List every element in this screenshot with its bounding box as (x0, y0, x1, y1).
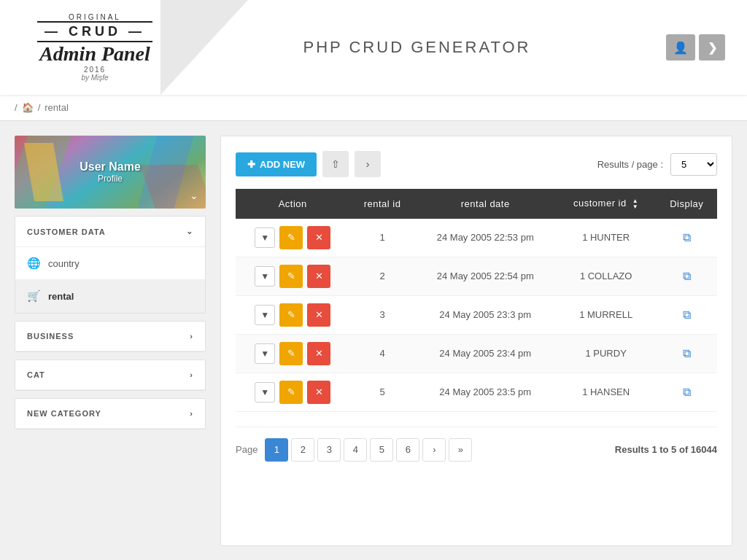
row-edit-button[interactable]: ✎ (279, 265, 303, 288)
sidebar-section-new-category-header[interactable]: NEW CATEGORY › (15, 399, 205, 429)
row-edit-button[interactable]: ✎ (279, 303, 303, 327)
cell-customer-id: 1 PURDY (556, 334, 657, 373)
row-edit-button[interactable]: ✎ (279, 381, 303, 404)
sidebar-section-cat-label: CAT (27, 370, 45, 379)
action-cell: ▼ ✎ ✕ (236, 334, 349, 373)
sidebar-profile[interactable]: User Name Profile ⌄ (15, 136, 206, 209)
row-delete-button[interactable]: ✕ (307, 381, 330, 404)
export-button[interactable]: ⇧ (322, 151, 349, 177)
col-customer-id[interactable]: customer id ▲ ▼ (556, 189, 657, 219)
page-btn-4[interactable]: 4 (344, 438, 367, 462)
cell-customer-id: 1 HANSEN (556, 373, 657, 411)
user-button[interactable]: 👤 (666, 34, 695, 61)
row-dropdown-button[interactable]: ▼ (255, 228, 275, 248)
plus-icon: ✚ (247, 159, 255, 170)
sidebar-section-business-header[interactable]: BUSINESS › (15, 322, 205, 351)
breadcrumb-home[interactable]: 🏠 (22, 102, 34, 113)
logo-admin: Admin Panel (39, 42, 150, 66)
sidebar-item-rental-label: rental (48, 291, 74, 302)
row-view-button[interactable]: ⧉ (683, 347, 691, 360)
row-delete-button[interactable]: ✕ (307, 342, 330, 365)
upload-icon: ⇧ (331, 158, 340, 170)
page-btn-5[interactable]: 5 (370, 438, 393, 462)
row-view-button[interactable]: ⧉ (683, 231, 691, 244)
breadcrumb-slash: / (15, 102, 18, 113)
row-view-button[interactable]: ⧉ (683, 386, 691, 399)
results-per-page-label: Results / page : (597, 159, 663, 170)
cell-rental-id: 1 (349, 219, 414, 257)
row-dropdown-button[interactable]: ▼ (255, 343, 275, 364)
profile-chevron-icon: ⌄ (190, 190, 198, 201)
pagination: Page 1 2 3 4 5 6 › » (236, 438, 472, 462)
cell-display: ⧉ (657, 373, 717, 411)
breadcrumb-current: rental (44, 102, 69, 113)
profile-role: Profile (98, 174, 123, 184)
cell-customer-id: 1 MURRELL (556, 295, 657, 334)
page-btn-6[interactable]: 6 (396, 438, 419, 462)
cell-display: ⧉ (657, 334, 717, 373)
results-per-page-select[interactable]: 5 10 25 50 100 (670, 153, 717, 176)
row-dropdown-button[interactable]: ▼ (255, 266, 275, 287)
sidebar-section-new-category-label: NEW CATEGORY (27, 409, 101, 418)
results-info: Results 1 to 5 of 16044 (615, 444, 717, 455)
cell-display: ⧉ (657, 257, 717, 295)
logo-year: 2016 (84, 66, 106, 74)
action-cell: ▼ ✎ ✕ (236, 373, 349, 411)
sidebar-item-rental[interactable]: 🛒 rental (15, 280, 205, 313)
action-cell: ▼ ✎ ✕ (236, 257, 349, 295)
table-row: ▼ ✎ ✕ 2 24 May 2005 22:54 pm 1 COLLAZO ⧉ (236, 257, 717, 295)
cell-rental-id: 5 (349, 373, 414, 411)
sidebar-section-customer-data-chevron: ⌄ (186, 227, 193, 236)
logo-area: ORIGINAL — CRUD — Admin Panel 2016 by Mi… (22, 13, 168, 82)
row-edit-button[interactable]: ✎ (279, 342, 303, 365)
sidebar-section-cat: CAT › (15, 359, 206, 391)
sidebar-section-customer-data-label: CUSTOMER DATA (27, 228, 106, 236)
sidebar-item-country[interactable]: 🌐 country (15, 247, 205, 280)
sidebar-section-customer-data-header[interactable]: CUSTOMER DATA ⌄ (15, 217, 205, 247)
toolbar-right: Results / page : 5 10 25 50 100 (597, 153, 717, 176)
row-view-button[interactable]: ⧉ (683, 270, 691, 283)
logo-original: ORIGINAL (69, 13, 121, 21)
sidebar-section-new-category: NEW CATEGORY › (15, 398, 206, 429)
profile-name: User Name (80, 160, 141, 174)
page-btn-3[interactable]: 3 (317, 438, 341, 462)
toolbar-next-button[interactable]: › (355, 151, 381, 177)
page-btn-next[interactable]: › (422, 438, 446, 462)
toolbar: ✚ ADD NEW ⇧ › Results / page : 5 10 25 5… (236, 151, 717, 177)
table-row: ▼ ✎ ✕ 3 24 May 2005 23:3 pm 1 MURRELL ⧉ (236, 295, 717, 334)
col-rental-id: rental id (349, 189, 414, 219)
sidebar: User Name Profile ⌄ CUSTOMER DATA ⌄ 🌐 co… (15, 136, 206, 546)
row-dropdown-button[interactable]: ▼ (255, 382, 275, 402)
toolbar-left: ✚ ADD NEW ⇧ › (236, 151, 381, 177)
content-area: ✚ ADD NEW ⇧ › Results / page : 5 10 25 5… (220, 136, 732, 546)
table-row: ▼ ✎ ✕ 4 24 May 2005 23:4 pm 1 PURDY ⧉ (236, 334, 717, 373)
add-new-button[interactable]: ✚ ADD NEW (236, 152, 317, 176)
table-row: ▼ ✎ ✕ 1 24 May 2005 22:53 pm 1 HUNTER ⧉ (236, 219, 717, 257)
header-chevron-button[interactable]: ❯ (699, 34, 725, 61)
row-delete-button[interactable]: ✕ (307, 226, 330, 249)
cell-rental-date: 24 May 2005 23:5 pm (415, 373, 556, 411)
header-right: 👤 ❯ (666, 34, 725, 61)
row-delete-button[interactable]: ✕ (307, 265, 330, 288)
sidebar-item-country-label: country (48, 258, 80, 269)
row-dropdown-button[interactable]: ▼ (255, 305, 275, 325)
row-edit-button[interactable]: ✎ (279, 226, 303, 249)
page-btn-last[interactable]: » (449, 438, 472, 462)
row-view-button[interactable]: ⧉ (683, 308, 691, 322)
cell-rental-date: 24 May 2005 22:53 pm (415, 219, 556, 257)
breadcrumb: / 🏠 / rental (0, 95, 747, 121)
sort-arrows-icon: ▲ ▼ (632, 198, 638, 210)
logo-crud: — CRUD — (37, 21, 152, 42)
page-btn-2[interactable]: 2 (291, 438, 314, 462)
sidebar-section-cat-header[interactable]: CAT › (15, 360, 205, 390)
header-triangle (160, 0, 248, 95)
table-row: ▼ ✎ ✕ 5 24 May 2005 23:5 pm 1 HANSEN ⧉ (236, 373, 717, 411)
row-delete-button[interactable]: ✕ (307, 303, 330, 327)
logo-by: by Mişfe (81, 74, 108, 82)
sidebar-section-business-label: BUSINESS (27, 332, 74, 341)
sidebar-section-cat-chevron: › (190, 370, 193, 379)
cell-customer-id: 1 COLLAZO (556, 257, 657, 295)
col-action: Action (236, 189, 349, 219)
cell-rental-id: 2 (349, 257, 414, 295)
page-btn-1[interactable]: 1 (265, 438, 288, 462)
